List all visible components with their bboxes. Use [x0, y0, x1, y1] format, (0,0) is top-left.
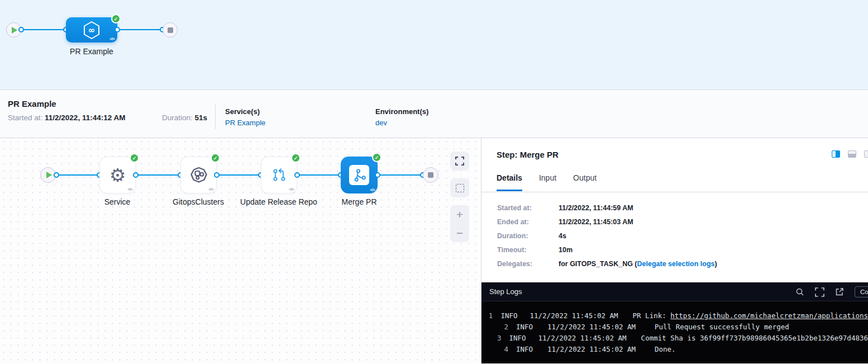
success-check-icon: ✓ — [111, 14, 121, 23]
step-panel-title: Step: Merge PR — [497, 150, 559, 159]
step-logs-section: Step Logs Console View — [481, 282, 868, 363]
detail-row: Started at: 11/2/2022, 11:44:59 AM — [497, 204, 717, 212]
step-node-label: Update Release Repo — [240, 197, 318, 206]
log-line: 2 INFO 11/2/2022 11:45:02 AM Pull Reques… — [481, 322, 868, 333]
connector-line — [21, 29, 66, 30]
execution-info-bar: PR Example Started at: 11/2/2022, 11:44:… — [0, 90, 868, 138]
step-logs-header: Step Logs Console View — [481, 282, 868, 301]
code-icon: </> — [289, 187, 294, 191]
duration: Duration: 51s — [162, 114, 207, 122]
success-check-icon: ✓ — [211, 153, 220, 163]
step-details-panel: Step: Merge PR Details Input Output Star… — [481, 138, 868, 363]
svg-text:∞: ∞ — [88, 25, 96, 35]
services-link[interactable]: PR Example — [225, 119, 265, 127]
log-line: 4 INFO 11/2/2022 11:45:02 AM Done. — [481, 344, 868, 355]
tab-input[interactable]: Input — [539, 173, 556, 191]
code-icon: </> — [370, 188, 375, 192]
stage-node-label: PR Example — [55, 47, 128, 56]
marquee-icon — [456, 184, 464, 192]
step-node-service[interactable]: ⚙ ✓ </> — [99, 157, 136, 193]
step-node-label: GitopsClusters — [159, 197, 237, 206]
connector-port — [115, 27, 120, 32]
stop-icon — [168, 27, 173, 33]
step-node-merge-pr[interactable]: ✓ </> — [341, 157, 378, 193]
step-logs-actions: Console View — [795, 282, 868, 301]
fit-to-screen-button[interactable] — [450, 152, 469, 171]
play-icon — [46, 172, 52, 178]
stage-node-pr-example[interactable]: ∞ ✓ </> — [66, 17, 117, 42]
zoom-out-button[interactable]: − — [456, 227, 463, 239]
started-at: Started at: 11/2/2022, 11:44:12 AM — [8, 114, 125, 122]
git-branch-icon — [349, 165, 369, 185]
code-icon: </> — [127, 187, 132, 191]
marquee-select-button[interactable] — [450, 178, 469, 197]
detail-row: Timeout: 10m — [497, 246, 717, 254]
graph-end-node[interactable] — [423, 167, 438, 183]
layout-split-right-icon[interactable] — [832, 150, 840, 158]
environments-link[interactable]: dev — [375, 119, 428, 127]
step-details-list: Started at: 11/2/2022, 11:44:59 AM Ended… — [497, 204, 717, 274]
log-line: 3 INFO 11/2/2022 11:45:02 AM Commit Sha … — [481, 333, 868, 344]
delegate-selection-logs-link[interactable]: Delegate selection logs — [637, 260, 715, 268]
console-view-button[interactable]: Console View — [855, 286, 868, 297]
tab-details[interactable]: Details — [497, 173, 522, 191]
environments-block: Environment(s) dev — [375, 107, 428, 127]
code-icon: </> — [208, 187, 213, 191]
execution-title: PR Example — [8, 99, 56, 108]
panel-layout-toggles — [832, 150, 868, 158]
search-icon[interactable] — [795, 287, 804, 296]
fullscreen-icon — [455, 157, 464, 166]
play-icon — [12, 27, 17, 34]
layout-split-alt-icon[interactable] — [864, 150, 868, 158]
success-check-icon: ✓ — [130, 153, 139, 163]
detail-row: Duration: 4s — [497, 232, 717, 240]
expand-logs-icon[interactable] — [815, 287, 824, 297]
step-tabs: Details Input Output — [497, 173, 597, 191]
step-logs-title: Step Logs — [489, 287, 522, 296]
open-in-new-tab-icon[interactable] — [835, 287, 844, 296]
step-logs-console[interactable]: 1 INFO 11/2/2022 11:45:02 AM PR Link: ht… — [481, 301, 868, 363]
pipeline-end-node[interactable] — [163, 22, 178, 37]
connector-line — [117, 29, 163, 30]
divider — [481, 192, 868, 192]
pipeline-overview-strip: ∞ ✓ </> PR Example — [0, 0, 868, 90]
step-node-label: Service — [78, 197, 156, 206]
layout-split-bottom-icon[interactable] — [848, 150, 856, 158]
services-label: Service(s) — [225, 107, 265, 116]
detail-row: Ended at: 11/2/2022, 11:45:03 AM — [497, 218, 717, 226]
divider — [215, 103, 216, 129]
environments-label: Environment(s) — [375, 107, 428, 116]
success-check-icon: ✓ — [372, 153, 381, 162]
step-node-label: Merge PR — [320, 197, 398, 206]
success-check-icon: ✓ — [291, 153, 301, 163]
zoom-in-button[interactable]: + — [456, 209, 463, 220]
code-icon: </> — [109, 37, 115, 41]
log-line: 1 INFO 11/2/2022 11:45:02 AM PR Link: ht… — [481, 310, 868, 322]
step-node-update-release-repo[interactable]: ✓ </> — [261, 157, 297, 193]
tab-output[interactable]: Output — [573, 173, 597, 191]
step-node-gitopsclusters[interactable]: ✓ </> — [180, 157, 217, 193]
connector-port — [18, 27, 24, 32]
pr-link[interactable]: https://github.com/michaelcretzman/appli… — [670, 311, 868, 320]
zoom-controls: + − — [450, 205, 469, 242]
stop-icon — [428, 172, 433, 178]
execution-graph-canvas[interactable]: ⚙ ✓ </> Service ✓ </> GitopsClusters — [0, 138, 481, 363]
detail-row: Delegates: for GITOPS_TASK_NG (Delegate … — [497, 260, 717, 268]
services-block: Service(s) PR Example — [225, 107, 265, 127]
